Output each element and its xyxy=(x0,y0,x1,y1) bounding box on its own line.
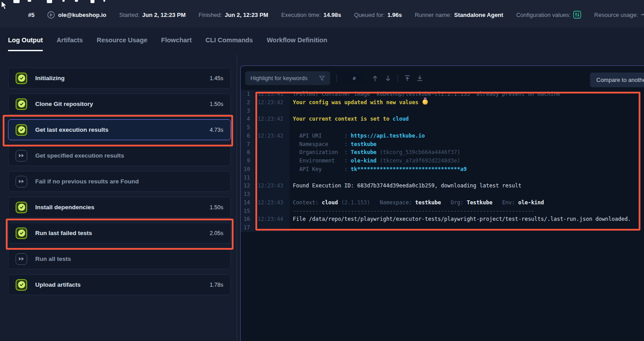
clipped-title-fragment xyxy=(47,0,52,3)
step-skipped-icon xyxy=(16,176,27,187)
log-text xyxy=(290,123,644,132)
step-label: Get last execution results xyxy=(35,126,209,133)
tab-flowchart[interactable]: Flowchart xyxy=(161,37,192,51)
meta-runner-name: Runner name: Standalone Agent xyxy=(415,12,503,18)
log-line: 1612:23:44File /data/repo/test/playwrigh… xyxy=(241,215,644,223)
step-duration: 1.50s xyxy=(209,101,223,107)
scroll-to-bottom-icon[interactable] xyxy=(417,75,423,81)
step-card[interactable]: Clone Git repository1.50s xyxy=(8,93,231,114)
log-timestamp: 12:23:42 xyxy=(254,132,290,140)
triggered-by-email: ole@kubeshop.io xyxy=(58,12,106,18)
log-timestamp xyxy=(254,107,290,115)
clipped-title-fragment xyxy=(103,0,105,2)
log-timestamp: 12:23:43 xyxy=(254,199,290,207)
log-text: Namespace : testkube xyxy=(290,140,644,149)
step-card[interactable]: Run last failed tests2.05s xyxy=(8,223,231,244)
clipped-title-fragment xyxy=(75,0,78,2)
log-text: ----------------------------------------… xyxy=(290,207,644,215)
clipped-title-fragment xyxy=(28,0,31,2)
log-timestamp: 12:23:41 xyxy=(254,90,290,98)
tab-workflow-definition[interactable]: Workflow Definition xyxy=(267,37,327,51)
log-timestamp: 12:23:42 xyxy=(254,98,290,107)
step-label: Get specified execution results xyxy=(35,152,223,159)
line-number: 8 xyxy=(241,148,254,157)
highlight-keywords-dropdown[interactable]: Highlight for keywords xyxy=(245,71,330,85)
line-number: 5 xyxy=(241,123,254,132)
mouse-cursor xyxy=(0,0,9,12)
toolbar-separator xyxy=(398,75,398,82)
triggered-by: ole@kubeshop.io xyxy=(47,11,106,19)
step-card[interactable]: Install dependencies1.50s xyxy=(8,197,231,218)
tab-log-output[interactable]: Log Output xyxy=(8,37,43,51)
line-number: 16 xyxy=(241,215,254,223)
log-toolbar: Highlight for keywords ø Compare to anot… xyxy=(241,66,644,89)
log-text: File /data/repo/test/playwright/executor… xyxy=(290,215,644,223)
line-number: 12 xyxy=(241,182,254,190)
compare-to-another-execution-button[interactable]: Compare to another exe xyxy=(590,73,644,87)
tab-cli-commands[interactable]: CLI Commands xyxy=(205,37,253,51)
step-card[interactable]: Fail if no previous results are Found xyxy=(8,171,231,192)
log-line: 15--------------------------------------… xyxy=(241,207,644,215)
step-duration: 1.78s xyxy=(209,282,223,288)
line-number: 15 xyxy=(241,207,254,215)
execution-number: #5 xyxy=(28,12,34,18)
pulse-icon[interactable] xyxy=(641,11,644,18)
step-label: Fail if no previous results are Found xyxy=(35,178,223,185)
scroll-to-top-icon[interactable] xyxy=(404,75,410,81)
meta-configuration-values: Configuration values: xyxy=(516,11,581,19)
log-timestamp xyxy=(254,207,290,215)
step-card[interactable]: Get specified execution results xyxy=(8,145,231,166)
log-text: Context: cloud (2.1.153) Namespace: test… xyxy=(290,199,644,207)
step-duration: 4.73s xyxy=(209,127,223,133)
clipped-title-fragment xyxy=(13,0,20,3)
log-line: 112:23:41(Pulled) Container image "kubes… xyxy=(241,90,644,98)
step-card[interactable]: Initializing1.45s xyxy=(8,68,231,89)
line-number: 4 xyxy=(241,115,254,123)
meta-execution-time: Execution time: 14.98s xyxy=(281,12,341,18)
step-passed-check-icon xyxy=(16,227,27,239)
step-label: Run all tests xyxy=(35,256,223,262)
line-number: 1 xyxy=(241,90,254,98)
circle-play-icon xyxy=(47,11,55,19)
step-card[interactable]: Upload artifacts1.78s xyxy=(8,274,231,295)
line-number: 11 xyxy=(241,174,254,182)
log-line: 13 xyxy=(241,190,644,199)
meta-resource-usage: Resource usage: xyxy=(594,11,644,18)
log-line: 1412:23:43Context: cloud (2.1.153) Names… xyxy=(241,199,644,207)
log-text xyxy=(290,107,644,115)
log-line: 5 xyxy=(241,123,644,132)
tab-resource-usage[interactable]: Resource Usage xyxy=(97,37,148,51)
step-card[interactable]: Run all tests xyxy=(8,248,231,269)
log-text: API Key : tk****************************… xyxy=(290,165,644,174)
meta-finished: Finished: Jun 2, 12:23 PM xyxy=(199,12,268,18)
tab-artifacts[interactable]: Artifacts xyxy=(57,37,83,51)
step-label: Initializing xyxy=(35,75,209,81)
log-text: Environment : ole-kind (tkcenv_a7a9f692d… xyxy=(290,157,644,165)
match-count-badge: ø xyxy=(343,73,365,83)
sliders-icon[interactable] xyxy=(573,11,581,19)
line-number: 10 xyxy=(241,165,254,174)
line-number: 14 xyxy=(241,199,254,207)
step-label: Install dependencies xyxy=(35,204,209,211)
log-timestamp xyxy=(254,148,290,157)
header-bar: #5 ole@kubeshop.io Started: Jun 2, 12:23… xyxy=(0,0,644,28)
previous-match-icon[interactable] xyxy=(372,75,378,82)
next-match-icon[interactable] xyxy=(385,75,391,82)
line-number: 2 xyxy=(241,98,254,107)
funnel-icon xyxy=(319,76,325,81)
log-line: 10 API Key : tk*************************… xyxy=(241,165,644,174)
log-text: Organization : Testkube (tkcorg_539cb664… xyxy=(290,148,644,157)
log-line: 212:23:42Your config was updated with ne… xyxy=(241,98,644,107)
line-number: 13 xyxy=(241,190,254,199)
tab-bar: Log Output Artifacts Resource Usage Flow… xyxy=(8,37,327,51)
log-timestamp xyxy=(254,157,290,165)
log-line: 612:23:42 API URI : https://api.testkube… xyxy=(241,132,644,140)
step-card[interactable]: Get last execution results4.73s xyxy=(8,119,231,140)
log-line: 11 xyxy=(241,174,644,182)
step-skipped-icon xyxy=(16,150,27,162)
log-line: 7 Namespace : testkube xyxy=(241,140,644,149)
meta-queued-for: Queued for: 1.96s xyxy=(354,12,402,18)
log-text: Your config was updated with new values xyxy=(290,98,644,107)
line-number: 7 xyxy=(241,140,254,149)
step-label: Clone Git repository xyxy=(35,101,209,107)
